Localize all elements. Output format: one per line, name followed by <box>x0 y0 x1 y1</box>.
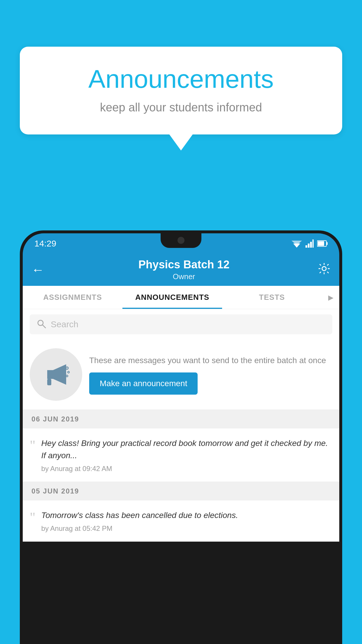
app-bar-title-group: Physics Batch 12 Owner <box>50 258 318 281</box>
svg-point-9 <box>322 267 326 271</box>
svg-line-11 <box>43 325 45 328</box>
status-time: 14:29 <box>34 239 56 249</box>
wifi-icon <box>291 239 302 248</box>
status-bar: 14:29 <box>23 233 339 254</box>
svg-rect-5 <box>312 239 314 248</box>
battery-icon <box>317 240 328 247</box>
quote-icon-2: " <box>30 510 36 524</box>
phone-inner: 14:29 <box>23 233 339 644</box>
back-button[interactable]: ← <box>31 262 44 277</box>
svg-point-17 <box>66 375 68 377</box>
announcement-content-2: Tomorrow's class has been cancelled due … <box>41 509 332 533</box>
phone-frame: 14:29 <box>20 230 342 644</box>
tabs-bar: ASSIGNMENTS ANNOUNCEMENTS TESTS ▸ <box>23 286 339 309</box>
search-bar: Search <box>23 309 339 340</box>
date-divider-1: 06 JUN 2019 <box>23 410 339 428</box>
app-bar-title: Physics Batch 12 <box>50 258 318 271</box>
app-bar-subtitle: Owner <box>50 272 318 281</box>
speech-bubble-subtitle: keep all your students informed <box>43 101 319 114</box>
megaphone-icon <box>41 360 71 389</box>
date-divider-2: 05 JUN 2019 <box>23 482 339 501</box>
svg-rect-3 <box>308 244 310 248</box>
tab-assignments[interactable]: ASSIGNMENTS <box>23 286 122 309</box>
svg-point-16 <box>68 371 69 373</box>
tab-more[interactable]: ▸ <box>322 286 339 309</box>
camera <box>178 237 184 244</box>
announcement-item-2[interactable]: " Tomorrow's class has been cancelled du… <box>23 501 339 542</box>
search-icon <box>37 319 46 330</box>
status-icons <box>291 239 328 248</box>
signal-icon <box>305 239 314 248</box>
make-announcement-button[interactable]: Make an announcement <box>89 372 198 395</box>
settings-icon[interactable] <box>318 262 331 278</box>
screen-content: Search <box>23 309 339 542</box>
speech-bubble-card: Announcements keep all your students inf… <box>20 47 342 134</box>
notch <box>161 233 201 248</box>
svg-marker-13 <box>53 364 66 385</box>
announcement-meta-1: by Anurag at 09:42 AM <box>41 465 332 473</box>
search-input-wrapper[interactable]: Search <box>30 314 332 334</box>
speech-bubble-section: Announcements keep all your students inf… <box>20 47 342 150</box>
announcement-message-2: Tomorrow's class has been cancelled due … <box>41 509 332 522</box>
svg-rect-8 <box>318 241 324 246</box>
svg-marker-1 <box>291 241 302 245</box>
speech-bubble-title: Announcements <box>43 64 319 94</box>
quote-icon-1: " <box>30 438 36 452</box>
tab-announcements[interactable]: ANNOUNCEMENTS <box>122 286 222 309</box>
svg-rect-7 <box>326 242 328 245</box>
svg-rect-4 <box>310 242 312 248</box>
announcement-message-1: Hey class! Bring your practical record b… <box>41 437 332 462</box>
speech-bubble-tail <box>169 134 193 150</box>
tab-tests[interactable]: TESTS <box>222 286 322 309</box>
svg-marker-12 <box>47 370 53 379</box>
svg-rect-2 <box>305 245 307 248</box>
search-placeholder: Search <box>51 319 78 329</box>
announcement-content-1: Hey class! Bring your practical record b… <box>41 437 332 473</box>
announcement-item-1[interactable]: " Hey class! Bring your practical record… <box>23 428 339 482</box>
announcement-promo: These are messages you want to send to t… <box>23 340 339 410</box>
app-bar: ← Physics Batch 12 Owner <box>23 254 339 286</box>
svg-point-15 <box>66 367 68 369</box>
svg-rect-14 <box>47 379 51 385</box>
promo-description: These are messages you want to send to t… <box>89 354 332 367</box>
promo-icon-circle <box>30 348 82 401</box>
promo-content: These are messages you want to send to t… <box>89 354 332 395</box>
announcement-meta-2: by Anurag at 05:42 PM <box>41 524 332 533</box>
